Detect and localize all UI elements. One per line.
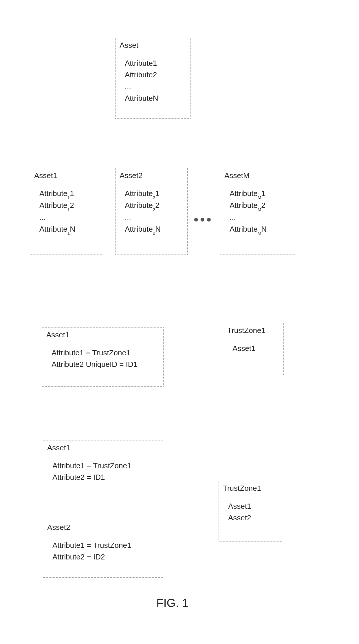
attr-line: Attribute2 = ID1 — [52, 471, 159, 483]
attr-list: Asset1 Asset2 — [228, 500, 278, 524]
attr-line: Attribute2 UniqueID = ID1 — [52, 358, 159, 370]
box-title: AssetM — [224, 171, 291, 180]
box-title: Asset — [120, 41, 186, 50]
attr-prefix: Attribute — [125, 225, 153, 233]
attr-suffix: 2 — [70, 201, 74, 210]
box-title: Asset1 — [34, 171, 98, 180]
attr-line: Attribute1 — [125, 57, 186, 69]
attr-suffix: N — [155, 225, 161, 233]
attr-suffix: N — [70, 225, 75, 233]
attr-subscript: 2 — [153, 207, 155, 212]
attr-prefix: Attribute — [230, 225, 258, 233]
attr-ellipsis: ... — [39, 212, 98, 223]
attr-list: AttributeM1 AttributeM2 ... AttributeMN — [230, 188, 291, 235]
attr-prefix: Attribute — [39, 201, 67, 210]
attr-subscript: M — [258, 207, 261, 212]
attr-ellipsis: ... — [230, 212, 291, 223]
attr-list: Attribute1 = TrustZone1 Attribute2 = ID1 — [52, 460, 159, 483]
attr-line: Attribute11 — [39, 188, 98, 200]
attr-prefix: Attribute — [39, 225, 67, 233]
attr-subscript: M — [258, 195, 261, 200]
attr-prefix: Attribute — [230, 201, 258, 210]
attr-prefix: Attribute — [125, 201, 153, 210]
attr-list: Attribute1 Attribute2 ... AttributeN — [125, 57, 186, 104]
attr-subscript: 1 — [67, 207, 70, 212]
attr-subscript: 1 — [67, 230, 70, 235]
attr-suffix: 1 — [70, 189, 74, 198]
box-asset2-instance: Asset2 Attribute21 Attribute22 ... Attri… — [115, 168, 188, 255]
attr-line: Attribute1 = TrustZone1 — [52, 539, 159, 551]
box-title: Asset2 — [47, 523, 159, 532]
box-asset1-instance: Asset1 Attribute11 Attribute12 ... Attri… — [30, 168, 102, 255]
attr-prefix: Attribute — [39, 189, 67, 198]
box-title: TrustZone1 — [223, 484, 278, 493]
attr-subscript: 2 — [153, 195, 155, 200]
attr-line: Attribute12 — [39, 200, 98, 211]
attr-ellipsis: ... — [125, 212, 183, 223]
attr-line: Attribute2 = ID2 — [52, 551, 159, 563]
attr-line: AttributeN — [125, 92, 186, 104]
box-asset1-trustzone-example: Asset1 Attribute1 = TrustZone1 Attribute… — [42, 327, 164, 387]
attr-suffix: 2 — [155, 201, 159, 210]
attr-line: AttributeM1 — [230, 188, 291, 200]
attr-subscript: 2 — [153, 230, 155, 235]
attr-suffix: N — [261, 225, 267, 233]
attr-list: Attribute21 Attribute22 ... Attribute2N — [125, 188, 183, 235]
attr-subscript: 1 — [67, 195, 70, 200]
box-title: Asset2 — [120, 171, 183, 180]
attr-line: Asset2 — [228, 512, 278, 524]
figure-page: Asset Attribute1 Attribute2 ... Attribut… — [0, 0, 359, 644]
attr-line: Attribute1N — [39, 223, 98, 235]
attr-line: AttributeM2 — [230, 200, 291, 211]
box-asset2-detail: Asset2 Attribute1 = TrustZone1 Attribute… — [43, 520, 163, 578]
attr-suffix: 1 — [155, 189, 159, 198]
attr-suffix: 2 — [261, 201, 265, 210]
attr-line: Attribute21 — [125, 188, 183, 200]
attr-line: Attribute1 = TrustZone1 — [52, 347, 159, 358]
attr-line: Attribute2N — [125, 223, 183, 235]
attr-line: AttributeMN — [230, 223, 291, 235]
attr-list: Attribute11 Attribute12 ... Attribute1N — [39, 188, 98, 235]
box-trustzone1-b: TrustZone1 Asset1 Asset2 — [219, 481, 282, 541]
attr-line: Attribute2 — [125, 69, 186, 80]
attr-list: Attribute1 = TrustZone1 Attribute2 = ID2 — [52, 539, 159, 563]
attr-list: Asset1 — [232, 343, 279, 354]
box-title: Asset1 — [46, 330, 159, 339]
attr-line: Attribute22 — [125, 200, 183, 211]
attr-prefix: Attribute — [230, 189, 258, 198]
attr-subscript: M — [258, 230, 261, 235]
figure-caption: FIG. 1 — [156, 597, 188, 610]
box-asset-template: Asset Attribute1 Attribute2 ... Attribut… — [115, 38, 191, 119]
box-title: TrustZone1 — [227, 326, 279, 335]
box-trustzone1-a: TrustZone1 Asset1 — [223, 323, 284, 375]
attr-line: Asset1 — [232, 343, 279, 354]
ellipsis-dots: ●●● — [193, 214, 213, 224]
attr-prefix: Attribute — [125, 189, 153, 198]
box-title: Asset1 — [47, 443, 159, 452]
attr-line: Asset1 — [228, 500, 278, 512]
attr-line: Attribute1 = TrustZone1 — [52, 460, 159, 471]
box-asset1-detail: Asset1 Attribute1 = TrustZone1 Attribute… — [43, 440, 163, 498]
attr-suffix: 1 — [261, 189, 265, 198]
attr-ellipsis: ... — [125, 81, 186, 92]
attr-list: Attribute1 = TrustZone1 Attribute2 Uniqu… — [52, 347, 159, 370]
box-assetM-instance: AssetM AttributeM1 AttributeM2 ... Attri… — [220, 168, 295, 255]
